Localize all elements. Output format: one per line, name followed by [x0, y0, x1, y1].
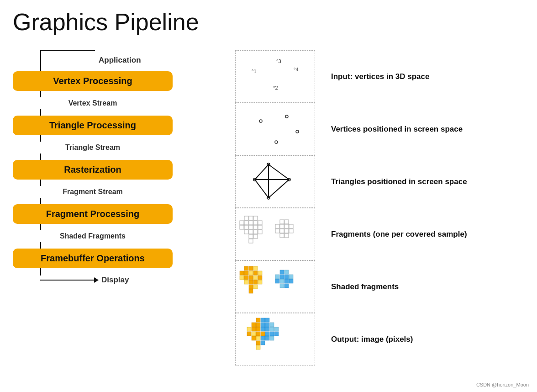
svg-rect-87	[247, 327, 251, 331]
application-label: Application	[99, 56, 141, 64]
descriptions-container: Input: vertices in 3D space Vertices pos…	[326, 50, 527, 366]
svg-rect-96	[256, 332, 260, 336]
svg-rect-54	[258, 271, 262, 275]
svg-rect-69	[275, 275, 279, 279]
svg-rect-19	[244, 221, 248, 225]
svg-rect-43	[284, 229, 289, 233]
diagram-vertices-3d: °1 °3 °4 °2	[235, 50, 315, 103]
svg-rect-20	[249, 221, 253, 225]
svg-rect-15	[244, 216, 248, 220]
svg-rect-53	[253, 271, 258, 275]
svg-rect-70	[280, 275, 284, 279]
svg-marker-8	[255, 164, 289, 198]
svg-rect-106	[256, 341, 260, 345]
svg-rect-89	[256, 327, 260, 331]
svg-rect-103	[261, 336, 265, 340]
svg-rect-67	[280, 270, 284, 274]
svg-rect-24	[244, 225, 248, 229]
svg-rect-75	[284, 279, 289, 283]
svg-rect-100	[274, 332, 279, 336]
svg-rect-57	[249, 275, 253, 280]
svg-rect-25	[249, 225, 253, 229]
svg-rect-36	[284, 220, 289, 224]
svg-rect-99	[270, 332, 274, 336]
svg-rect-93	[274, 327, 279, 331]
display-label: Display	[101, 275, 129, 285]
diagram-vertices-screen	[235, 103, 315, 155]
svg-rect-81	[265, 318, 269, 322]
svg-rect-83	[256, 323, 260, 327]
svg-text:°3: °3	[276, 58, 281, 64]
svg-point-4	[259, 120, 262, 122]
triangle-processing-box: Triangle Processing	[13, 116, 173, 135]
svg-rect-98	[265, 332, 269, 336]
vertex-processing-box: Vertex Processing	[13, 71, 173, 91]
svg-point-5	[285, 115, 288, 118]
svg-rect-62	[253, 280, 258, 284]
svg-rect-71	[284, 275, 289, 279]
svg-rect-77	[280, 284, 284, 288]
page-title: Graphics Pipeline	[13, 8, 199, 36]
svg-rect-101	[252, 336, 256, 340]
svg-rect-74	[280, 279, 284, 283]
svg-rect-92	[270, 327, 274, 331]
svg-rect-60	[244, 280, 248, 284]
svg-rect-37	[275, 224, 279, 228]
svg-rect-44	[289, 229, 293, 233]
svg-rect-52	[249, 271, 253, 275]
svg-rect-50	[240, 271, 244, 275]
svg-rect-18	[240, 221, 244, 225]
svg-rect-45	[280, 233, 284, 238]
svg-rect-55	[240, 275, 244, 280]
svg-point-7	[275, 141, 278, 143]
svg-text:°1: °1	[252, 69, 257, 74]
desc-3: Fragments (one per covered sample)	[326, 208, 527, 260]
svg-rect-22	[258, 221, 262, 225]
svg-rect-105	[270, 336, 274, 340]
svg-rect-90	[261, 327, 265, 331]
framebuffer-operations-box: Framebuffer Operations	[13, 249, 173, 268]
svg-point-6	[296, 130, 299, 133]
svg-rect-97	[261, 332, 265, 336]
svg-rect-64	[249, 285, 253, 289]
desc-2: Triangles positioned in screen space	[326, 155, 527, 208]
svg-rect-34	[249, 239, 253, 243]
diagrams-container: °1 °3 °4 °2	[235, 50, 326, 366]
display-arrow	[40, 280, 95, 281]
svg-rect-63	[258, 280, 262, 284]
svg-rect-107	[261, 341, 265, 345]
vertex-stream-label: Vertex Stream	[13, 97, 173, 109]
svg-rect-86	[270, 323, 274, 327]
svg-rect-47	[244, 266, 248, 270]
svg-rect-104	[265, 336, 269, 340]
rasterization-box: Rasterization	[13, 160, 173, 180]
svg-rect-40	[289, 224, 293, 228]
svg-rect-102	[256, 336, 260, 340]
svg-rect-61	[249, 280, 253, 284]
desc-1: Vertices positioned in screen space	[326, 103, 527, 155]
svg-rect-28	[244, 230, 248, 234]
svg-rect-80	[261, 318, 265, 322]
pipeline-container: Application Vertex Processing Vertex Str…	[13, 50, 191, 285]
svg-rect-85	[265, 323, 269, 327]
svg-rect-42	[280, 229, 284, 233]
svg-rect-46	[284, 233, 289, 238]
svg-rect-35	[280, 220, 284, 224]
svg-rect-31	[258, 230, 262, 234]
svg-rect-79	[256, 318, 260, 322]
svg-rect-41	[275, 229, 279, 233]
svg-rect-95	[252, 332, 256, 336]
diagram-fragments	[235, 208, 315, 260]
svg-rect-84	[261, 323, 265, 327]
svg-rect-39	[284, 224, 289, 228]
svg-rect-68	[284, 270, 289, 274]
svg-rect-82	[252, 323, 256, 327]
desc-0: Input: vertices in 3D space	[326, 50, 527, 103]
fragment-processing-box: Fragment Processing	[13, 204, 173, 224]
svg-text:°4: °4	[294, 67, 299, 72]
triangle-stream-label: Triangle Stream	[13, 142, 173, 154]
watermark: CSDN @horizon_Moon	[476, 382, 529, 387]
svg-rect-76	[289, 279, 293, 283]
diagram-shaded-fragments	[235, 260, 315, 313]
svg-rect-72	[289, 275, 293, 279]
